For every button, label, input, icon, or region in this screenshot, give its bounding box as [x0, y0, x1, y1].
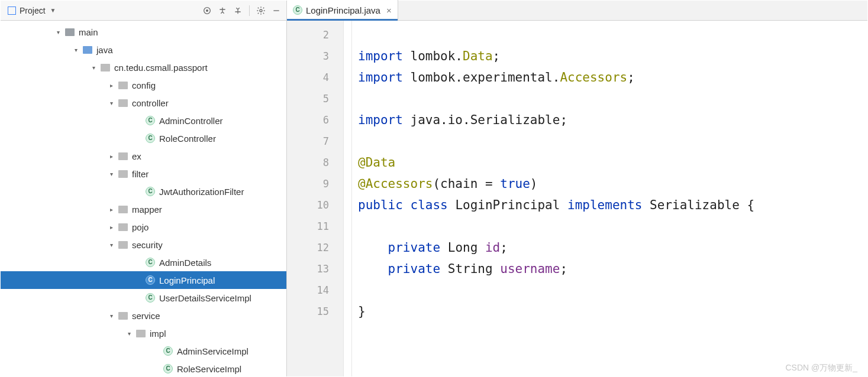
tree-node[interactable]: ▸pojo	[1, 218, 286, 236]
collapse-all-icon[interactable]	[231, 4, 244, 17]
tree-node[interactable]: CAdminServiceImpl	[1, 342, 286, 360]
code-area[interactable]: import lombok.Data;import lombok.experim…	[352, 21, 867, 376]
tree-node[interactable]: ▾service	[1, 307, 286, 324]
tree-node-label: AdminDetails	[159, 258, 211, 268]
select-opened-file-icon[interactable]	[201, 4, 214, 17]
chevron-down-icon[interactable]: ▾	[89, 63, 98, 72]
chevron-down-icon[interactable]: ▾	[107, 240, 115, 249]
project-view-label: Project	[20, 6, 46, 15]
line-number: 13	[287, 258, 329, 280]
tree-node[interactable]: ▾main	[1, 23, 286, 41]
code-line	[358, 88, 867, 109]
tree-node-label: RoleController	[159, 134, 216, 144]
tab-loginprincipal[interactable]: C LoginPrincipal.java ×	[287, 0, 398, 20]
tree-node[interactable]: CAdminController	[1, 112, 286, 129]
line-number: 4	[287, 67, 329, 88]
tree-node[interactable]: ▾controller	[1, 94, 286, 112]
tree-node-label: pojo	[132, 222, 149, 232]
folder-icon	[100, 62, 111, 73]
chevron-down-icon[interactable]: ▾	[72, 46, 80, 54]
tree-node-label: main	[79, 27, 98, 37]
chevron-right-icon[interactable]: ▸	[107, 223, 115, 231]
line-number: 10	[287, 194, 329, 216]
java-class-icon: C	[145, 292, 156, 303]
chevron-right-icon[interactable]: ▸	[107, 205, 115, 213]
tree-node[interactable]: ▸ex	[1, 147, 286, 165]
tree-node[interactable]: ▾cn.tedu.csmall.passport	[1, 58, 286, 76]
toolbar-separator	[249, 5, 250, 16]
tree-node[interactable]: CRoleServiceImpl	[1, 360, 286, 376]
line-gutter: 23456789101112131415	[287, 21, 344, 376]
java-class-icon: C	[145, 186, 156, 197]
close-icon[interactable]: ×	[386, 5, 392, 15]
chevron-down-icon[interactable]: ▾	[107, 99, 115, 107]
tree-node-label: controller	[132, 98, 169, 108]
tree-node-label: mapper	[132, 204, 162, 214]
tree-node[interactable]: CAdminDetails	[1, 254, 286, 271]
line-number: 7	[287, 131, 329, 152]
code-line: private String username;	[358, 258, 867, 280]
chevron-down-icon: ▼	[50, 7, 56, 14]
tree-node[interactable]: CUserDetailsServiceImpl	[1, 289, 286, 307]
chevron-down-icon[interactable]: ▾	[54, 28, 62, 36]
folder-icon	[118, 239, 128, 250]
java-class-icon: C	[145, 275, 156, 285]
tree-node[interactable]: CRoleController	[1, 129, 286, 147]
folder-icon	[118, 222, 128, 232]
code-line: private Long id;	[358, 237, 867, 258]
chevron-placeholder	[152, 347, 160, 355]
tree-node[interactable]: ▸mapper	[1, 200, 286, 218]
tree-node-label: ex	[132, 151, 141, 161]
java-class-icon: C	[163, 346, 173, 356]
line-number: 15	[287, 301, 329, 322]
tree-node-label: UserDetailsServiceImpl	[159, 293, 251, 303]
project-icon	[8, 6, 16, 15]
tree-node[interactable]: CLoginPrincipal	[1, 271, 286, 289]
line-number: 6	[287, 109, 329, 131]
tree-node[interactable]: ▸config	[1, 76, 286, 94]
folder-icon	[118, 204, 128, 214]
hide-icon[interactable]	[270, 4, 283, 17]
code-line	[358, 216, 867, 237]
tree-node-label: JwtAuthorizationFilter	[159, 187, 244, 197]
chevron-down-icon[interactable]: ▾	[125, 329, 133, 337]
tree-node[interactable]: ▾impl	[1, 324, 286, 342]
java-class-icon: C	[145, 115, 156, 126]
line-number: 9	[287, 173, 329, 194]
line-number: 12	[287, 237, 329, 258]
line-number: 2	[287, 24, 329, 46]
project-tree[interactable]: ▾main▾java▾cn.tedu.csmall.passport▸confi…	[1, 21, 286, 376]
chevron-right-icon[interactable]: ▸	[107, 81, 115, 89]
gear-icon[interactable]	[254, 4, 267, 17]
tree-node[interactable]: ▾security	[1, 236, 286, 254]
code-line	[358, 280, 867, 301]
code-editor[interactable]: 23456789101112131415 import lombok.Data;…	[287, 21, 867, 376]
code-line: public class LoginPrincipal implements S…	[358, 194, 867, 216]
chevron-placeholder	[134, 294, 143, 302]
chevron-down-icon[interactable]: ▾	[107, 170, 115, 178]
chevron-placeholder	[134, 276, 143, 284]
svg-point-2	[260, 9, 262, 12]
tree-node[interactable]: ▾java	[1, 41, 286, 58]
line-number: 8	[287, 152, 329, 173]
chevron-right-icon[interactable]: ▸	[107, 152, 115, 160]
tree-node[interactable]: ▾filter	[1, 165, 286, 183]
java-class-icon: C	[145, 133, 156, 144]
folder-icon	[118, 151, 128, 161]
java-class-icon: C	[293, 5, 302, 15]
tree-node-label: filter	[132, 169, 149, 179]
tree-node-label: AdminServiceImpl	[177, 346, 249, 356]
tree-node-label: cn.tedu.csmall.passport	[114, 63, 208, 73]
tree-node[interactable]: CJwtAuthorizationFilter	[1, 183, 286, 200]
project-view-selector[interactable]: Project ▼	[4, 5, 59, 17]
editor-tabs: C LoginPrincipal.java ×	[287, 1, 867, 21]
java-class-icon: C	[163, 363, 173, 374]
tree-node-label: java	[96, 45, 113, 55]
tree-node-label: AdminController	[159, 116, 223, 126]
line-number: 11	[287, 216, 329, 237]
chevron-placeholder	[134, 116, 143, 125]
folder-icon	[118, 80, 128, 90]
expand-all-icon[interactable]	[216, 4, 229, 17]
tree-node-label: security	[132, 240, 163, 250]
chevron-down-icon[interactable]: ▾	[107, 311, 115, 320]
